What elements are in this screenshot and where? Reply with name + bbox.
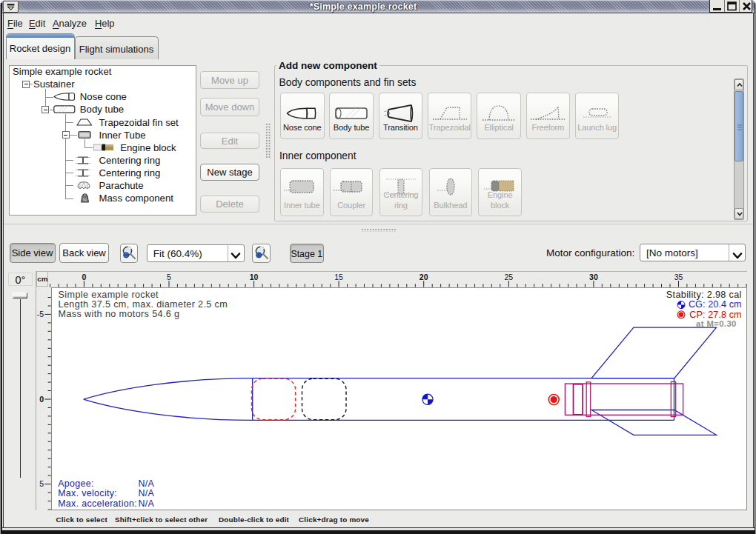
svg-text:Max. velocity:: Max. velocity: (58, 488, 117, 498)
svg-text:CG: 20.4 cm: CG: 20.4 cm (688, 299, 741, 310)
svg-text:Simple example rocket: Simple example rocket (58, 290, 158, 300)
svg-text:5: 5 (167, 273, 171, 281)
svg-text:0: 0 (82, 273, 86, 281)
svg-text:15: 15 (334, 273, 343, 281)
svg-text:Length 37.5 cm, max. diameter: Length 37.5 cm, max. diameter 2.5 cm (58, 299, 228, 310)
svg-text:Mass with no motors 54.6 g: Mass with no motors 54.6 g (58, 309, 179, 319)
svg-text:Max. acceleration:: Max. acceleration: (58, 498, 137, 508)
svg-text:Apogee:: Apogee: (58, 478, 94, 489)
svg-text:20: 20 (420, 273, 428, 281)
svg-text:N/A: N/A (138, 498, 154, 508)
svg-text:5: 5 (39, 479, 44, 488)
svg-text:Stability: 2.98 cal: Stability: 2.98 cal (666, 289, 741, 299)
svg-text:30: 30 (589, 273, 598, 281)
svg-text:25: 25 (504, 273, 513, 281)
svg-text:N/A: N/A (138, 478, 154, 489)
svg-text:10: 10 (249, 273, 258, 281)
svg-text:N/A: N/A (138, 488, 154, 498)
svg-text:-5: -5 (36, 309, 43, 318)
svg-text:CP: 27.8 cm: CP: 27.8 cm (689, 309, 741, 319)
svg-text:0: 0 (39, 394, 44, 403)
svg-text:at M=0.30: at M=0.30 (696, 319, 737, 328)
svg-text:kg: kg (83, 198, 87, 201)
svg-text:35: 35 (674, 273, 683, 281)
